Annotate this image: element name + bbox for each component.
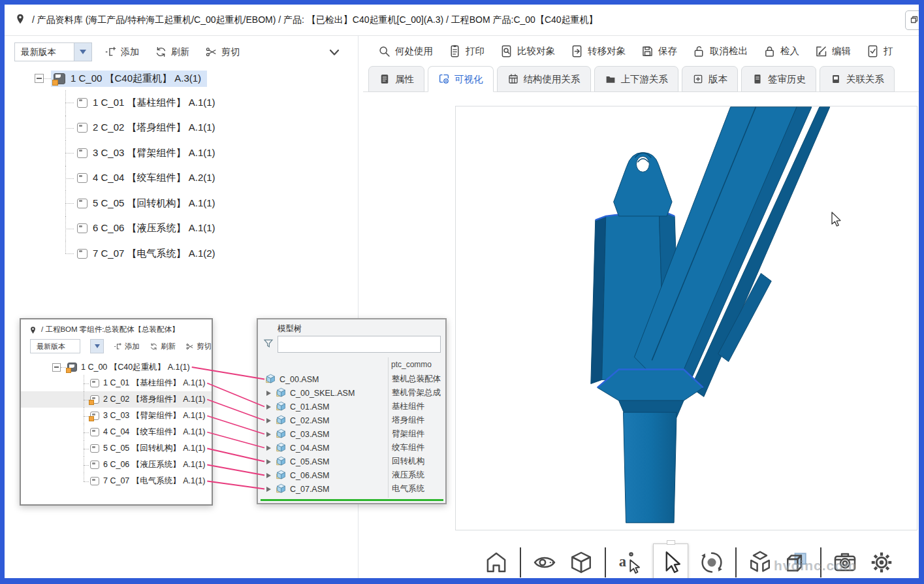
model-tree-row[interactable]: C_04.ASM 绞车组件 [258, 441, 445, 455]
model-tree-row[interactable]: C_05.ASM 回转机构 [258, 455, 445, 468]
caret-down-icon [95, 344, 100, 348]
3d-viewport[interactable] [455, 106, 917, 530]
version-filter-caret-button[interactable] [74, 42, 92, 61]
overlay-action-button[interactable]: 添加 [114, 342, 140, 351]
tree-row-label: 2 C_02 【塔身组件】 A.1(1) [103, 394, 205, 405]
tree-row[interactable]: 7 C_07 【电气系统】 A.1(1) [21, 473, 212, 489]
expand-minus-icon[interactable] [35, 74, 44, 83]
action-button[interactable]: 比较对象 [500, 44, 555, 58]
tree-row[interactable]: 1 C_00 【C40起重机】 A.3(1) [5, 67, 356, 90]
model-tree-row[interactable]: C_07.ASM 电气系统 [258, 482, 445, 496]
assembly-cube-icon [276, 470, 287, 481]
tree-row[interactable]: 2 C_02 【塔身组件】 A.1(1) [5, 116, 356, 141]
expand-arrow-icon[interactable] [266, 446, 271, 451]
action-button[interactable]: 打 [866, 44, 893, 58]
version-filter-select[interactable]: 最新版本 [14, 42, 74, 61]
filter-funnel-icon[interactable] [263, 338, 274, 349]
tab[interactable]: 版本 [682, 66, 738, 92]
part-icon [77, 148, 88, 158]
overlay-version-value: 最新版本 [37, 342, 65, 351]
model-tree-title: 模型树 [278, 323, 302, 334]
overlay-action-button[interactable]: 刷新 [150, 342, 176, 351]
refresh-icon [150, 342, 158, 351]
tree-row[interactable]: 6 C_06 【液压系统】 A.1(1) [21, 457, 212, 473]
tab[interactable]: 可视化 [428, 66, 494, 92]
action-button[interactable]: 保存 [641, 44, 677, 58]
shaded-cube-button[interactable] [568, 549, 594, 576]
action-button[interactable]: 何处使用 [377, 44, 433, 58]
window-frame-bottom [0, 578, 924, 584]
expand-arrow-icon[interactable] [266, 391, 271, 396]
model-tree-filter-input[interactable] [278, 336, 441, 353]
settings-button[interactable] [868, 549, 895, 576]
model-tree-row[interactable]: C_03.ASM 臂架组件 [258, 427, 445, 441]
expand-arrow-icon[interactable] [266, 473, 271, 478]
part-icon [90, 395, 99, 404]
model-tree-row[interactable]: C_00_SKEL.ASM 整机骨架总成 [258, 386, 445, 400]
explode-button[interactable] [747, 549, 773, 576]
toolbar-expand-button[interactable] [327, 44, 342, 60]
model-tree-row[interactable]: C_00.ASM 整机总装配体 [258, 372, 445, 386]
overlay-version-caret-button[interactable] [90, 339, 104, 353]
tree-row[interactable]: 4 C_04 【绞车组件】 A.1(1) [21, 424, 212, 440]
tab[interactable]: 签审历史 [741, 66, 816, 92]
expand-arrow-icon[interactable] [266, 418, 271, 423]
action-button[interactable]: 检入 [763, 44, 799, 58]
action-label: 比较对象 [517, 45, 555, 57]
tree-row[interactable]: 1 C_01 【基柱组件】 A.1(1) [5, 90, 356, 116]
expand-minus-icon[interactable] [52, 363, 61, 372]
refresh-icon [155, 46, 167, 58]
tab-label: 签审历史 [768, 73, 806, 86]
svg-text:a: a [619, 553, 626, 570]
overlay-version-select[interactable]: 最新版本 [30, 339, 80, 353]
tree-row[interactable]: 3 C_03 【臂架组件】 A.1(1) [21, 408, 212, 424]
tab[interactable]: 结构使用关系 [497, 66, 591, 92]
doc-lines-icon [379, 73, 390, 85]
tree-row[interactable]: 5 C_05 【回转机构】 A.1(1) [21, 440, 212, 457]
tab[interactable]: 关联关系 [820, 66, 895, 92]
visibility-button[interactable] [532, 549, 558, 576]
tree-row[interactable]: 5 C_05 【回转机构】 A.1(1) [5, 191, 356, 216]
action-button[interactable]: 取消检出 [692, 44, 748, 58]
expand-arrow-icon[interactable] [266, 459, 271, 464]
card-icon [830, 73, 842, 85]
tree-row[interactable]: 7 C_07 【电气系统】 A.1(2) [5, 241, 356, 267]
unlock-icon [692, 44, 706, 58]
tree-row[interactable]: 3 C_03 【臂架组件】 A.1(1) [5, 140, 356, 166]
tree-row[interactable]: 1 C_00 【C40起重机】 A.1(1) [21, 359, 212, 375]
expand-arrow-icon[interactable] [266, 432, 271, 437]
action-label: 编辑 [832, 45, 851, 57]
orbit-button[interactable] [699, 549, 725, 576]
tree-row-label: 1 C_01 【基柱组件】 A.1(1) [93, 97, 215, 109]
tree-row[interactable]: 1 C_01 【基柱组件】 A.1(1) [21, 375, 212, 391]
model-tree-row[interactable]: C_01.ASM 基柱组件 [258, 400, 445, 414]
expand-arrow-icon[interactable] [266, 404, 271, 410]
tree-row-label: 3 C_03 【臂架组件】 A.1(1) [93, 147, 215, 159]
action-button[interactable]: 编辑 [814, 44, 851, 58]
toolbar-action-button[interactable]: 刷新 [155, 46, 189, 58]
grid-icon [507, 73, 519, 85]
tree-row[interactable]: 6 C_06 【液压系统】 A.1(1) [5, 216, 356, 242]
toolbar-action-button[interactable]: 剪切 [205, 46, 240, 58]
overlay-action-button[interactable]: 剪切 [185, 342, 212, 351]
action-button[interactable]: 转移对象 [570, 44, 626, 58]
tab[interactable]: 上下游关系 [594, 66, 679, 92]
annotation-select-button[interactable]: a [616, 549, 643, 576]
tab-label: 上下游关系 [621, 73, 669, 86]
crane-3d-model[interactable] [456, 106, 917, 530]
part-icon [77, 123, 88, 133]
part-icon [67, 363, 77, 372]
toolbar-action-button[interactable]: 添加 [104, 46, 139, 58]
action-button[interactable]: 打印 [448, 44, 485, 58]
tree-row[interactable]: 2 C_02 【塔身组件】 A.1(1) [21, 391, 212, 408]
home-button[interactable] [483, 549, 509, 576]
pointer-button[interactable] [658, 549, 684, 576]
model-tree-row[interactable]: C_06.ASM 液压系统 [258, 468, 445, 482]
model-description: 液压系统 [388, 470, 424, 481]
part-icon [90, 461, 99, 469]
expand-arrow-icon[interactable] [266, 487, 271, 492]
tree-row[interactable]: 4 C_04 【绞车组件】 A.2(1) [5, 166, 356, 191]
tab-label: 属性 [395, 73, 414, 86]
tab[interactable]: 属性 [368, 66, 424, 92]
model-tree-row[interactable]: C_02.ASM 塔身组件 [258, 414, 445, 427]
